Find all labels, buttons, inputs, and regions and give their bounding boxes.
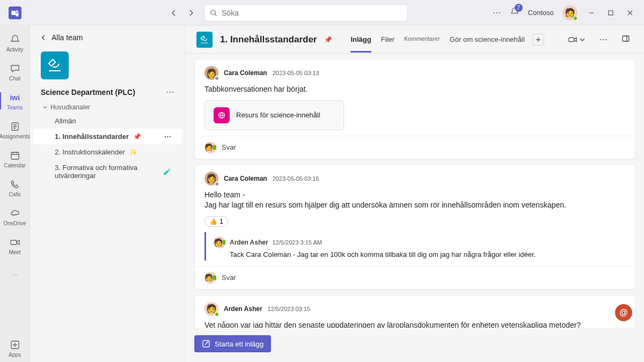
post-timestamp: 2023-05-05 03:13	[273, 70, 319, 76]
channel-more-button[interactable]: ⋯	[164, 132, 171, 141]
rail-activity[interactable]: Activity	[0, 29, 30, 57]
panel-icon	[621, 34, 630, 43]
author-avatar[interactable]: 👩	[204, 66, 218, 80]
post-item: 👩 Cara Coleman 2023-05-05 03:15 Hello te…	[194, 165, 635, 290]
svg-rect-5	[11, 152, 19, 159]
channel-title: 1. Innehållsstandarder	[220, 34, 317, 45]
post-feed[interactable]: 👩 Cara Coleman 2023-05-05 03:13 Tabbkonv…	[186, 54, 644, 328]
main-content: 1. Innehållsstandarder 📌 Inlägg Filer Ko…	[186, 26, 644, 362]
tab-files[interactable]: Filer	[381, 27, 394, 53]
rail-calls[interactable]: Calls	[0, 174, 30, 202]
search-box[interactable]	[204, 4, 408, 21]
notifications-button[interactable]: 7	[510, 7, 519, 19]
presence-indicator	[214, 312, 219, 317]
teams-app-icon	[9, 6, 21, 19]
globe-icon	[214, 107, 230, 123]
team-name[interactable]: Science Department (PLC)	[41, 88, 135, 97]
rail-teams[interactable]: iwi Teams	[0, 87, 30, 115]
compose-icon	[202, 339, 210, 348]
presence-indicator	[573, 16, 578, 21]
tab-posts[interactable]: Inlägg	[350, 27, 371, 53]
team-sidebar: Alla team Science Department (PLC) ⋯ Huv…	[30, 26, 186, 362]
channel-instruction-calendar[interactable]: 2. Instruktionskalender ✨	[33, 144, 182, 160]
meet-icon	[9, 237, 21, 248]
author-name[interactable]: Cara Coleman	[224, 69, 267, 77]
header-more-button[interactable]: ⋯	[596, 32, 611, 47]
post-item: 👩 Cara Coleman 2023-05-05 03:13 Tabbkonv…	[194, 59, 635, 159]
tab-redo-content[interactable]: Gör om science-innehåll	[450, 27, 525, 53]
svg-rect-8	[569, 38, 574, 41]
svg-rect-9	[623, 36, 629, 41]
svg-rect-0	[11, 11, 16, 15]
reply-text: Tack Cara Coleman - Jag tar en 100k och …	[230, 250, 625, 258]
video-icon	[568, 35, 577, 45]
channel-assessments[interactable]: 3. Formativa och formativa utvärderingar…	[33, 160, 182, 183]
notification-badge: 7	[515, 4, 523, 12]
nav-back-button[interactable]	[167, 6, 180, 19]
post-text: Hello team - Jag har lagt till en resurs…	[204, 190, 625, 211]
add-tab-button[interactable]	[532, 34, 544, 46]
channels-section-header[interactable]: Huvudkanaler	[30, 101, 185, 113]
svg-rect-6	[11, 240, 17, 245]
post-text: Vet någon var jag hittar den senaste upp…	[204, 320, 625, 328]
reply-item: 🧑 Arden Asher 12/5/2023 3:15 AM Tack Car…	[204, 232, 625, 261]
rail-apps[interactable]: Apps	[0, 334, 30, 362]
org-name[interactable]: Contoso	[528, 9, 554, 17]
window-minimize-button[interactable]	[586, 8, 597, 18]
team-avatar[interactable]	[41, 51, 69, 79]
title-bar: ⋯ 7 Contoso 🧑	[0, 0, 644, 26]
rail-calendar[interactable]: Calendar	[0, 145, 30, 173]
svg-point-1	[16, 10, 18, 12]
author-avatar[interactable]: 👩	[204, 172, 218, 186]
svg-point-2	[211, 10, 216, 14]
thumbs-up-icon: 👍	[209, 218, 217, 225]
meet-button[interactable]	[565, 33, 588, 47]
tab-comments[interactable]: Kommentarer	[404, 27, 440, 53]
post-timestamp: 2023-05-05 03:15	[273, 175, 319, 182]
more-icon: ⋯	[9, 269, 21, 280]
rail-more[interactable]: ⋯	[0, 261, 30, 289]
post-timestamp: 12/5/2023 03:15	[268, 306, 311, 312]
rail-meet[interactable]: Meet	[0, 232, 30, 260]
reply-author-name[interactable]: Arden Asher	[230, 239, 268, 246]
apps-icon	[9, 339, 21, 351]
plus-icon	[535, 36, 541, 43]
reaction-like[interactable]: 👍 1	[204, 216, 228, 227]
rail-onedrive[interactable]: OneDrive	[0, 203, 30, 231]
author-name[interactable]: Arden Asher	[224, 305, 262, 313]
rail-chat[interactable]: Chat	[0, 58, 30, 86]
pin-icon: 📌	[133, 133, 141, 141]
presence-indicator	[214, 181, 219, 187]
svg-rect-3	[609, 11, 613, 15]
more-options-button[interactable]: ⋯	[493, 8, 501, 18]
author-avatar[interactable]: 🧑	[204, 302, 218, 316]
chevron-down-icon	[43, 105, 47, 109]
channel-general[interactable]: Allmän	[33, 113, 182, 129]
calendar-icon	[9, 150, 21, 161]
nav-forward-button[interactable]	[185, 6, 197, 19]
app-rail: Activity Chat iwi Teams Assignments Cale…	[0, 26, 30, 362]
search-input[interactable]	[222, 9, 402, 17]
open-pane-button[interactable]	[618, 32, 633, 47]
channel-avatar	[196, 32, 213, 48]
chat-icon	[9, 63, 21, 75]
channel-content-standards[interactable]: 1. Innehållsstandarder 📌 ⋯	[33, 129, 182, 144]
window-maximize-button[interactable]	[605, 8, 616, 18]
new-post-button[interactable]: Starta ett inlägg	[194, 335, 271, 352]
author-name[interactable]: Cara Coleman	[224, 175, 267, 182]
search-icon	[210, 9, 217, 17]
rail-assignments[interactable]: Assignments	[0, 116, 30, 144]
assignments-icon	[9, 121, 21, 132]
resource-card[interactable]: Resurs för science-innehåll	[204, 100, 344, 130]
onedrive-icon	[9, 208, 21, 219]
reply-button[interactable]: 🧑 Svar	[195, 136, 635, 159]
back-to-teams-button[interactable]: Alla team	[30, 26, 185, 49]
window-close-button[interactable]	[625, 8, 635, 18]
reply-button[interactable]: 🧑 Svar	[195, 266, 635, 289]
help-button[interactable]: @	[615, 304, 632, 321]
post-item: 🧑 Arden Asher 12/5/2023 03:15 Vet någon …	[194, 295, 635, 328]
channel-header: 1. Innehållsstandarder 📌 Inlägg Filer Ko…	[186, 26, 644, 54]
user-avatar[interactable]: 🧑	[562, 5, 577, 20]
team-more-button[interactable]: ⋯	[166, 87, 174, 97]
reply-author-avatar[interactable]: 🧑	[214, 237, 225, 248]
